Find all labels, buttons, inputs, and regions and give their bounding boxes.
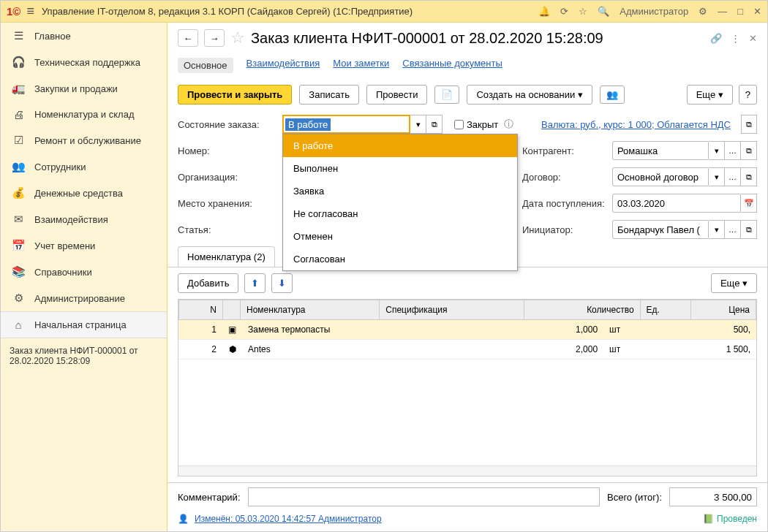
nav-icon: 👥: [11, 160, 26, 173]
sidebar-item-4[interactable]: ☑Ремонт и обслуживание: [1, 127, 167, 153]
nav-icon: ☑: [11, 134, 26, 147]
history-icon[interactable]: ⟳: [560, 6, 568, 17]
th-nom[interactable]: Номенклатура: [241, 300, 380, 320]
sidebar-item-2[interactable]: 🚛Закупки и продажи: [1, 75, 167, 102]
table-more-button[interactable]: Еще ▾: [711, 273, 757, 293]
ellipsis-icon[interactable]: …: [725, 141, 741, 160]
initiator-field[interactable]: Бондарчук Павел (: [612, 220, 709, 239]
sidebar-item-9[interactable]: 📚Справочники: [1, 259, 167, 285]
tab-notes[interactable]: Мои заметки: [333, 58, 389, 73]
modified-link[interactable]: Изменён: 05.03.2020 14:42:57 Администрат…: [195, 514, 382, 524]
sidebar-item-10[interactable]: ⚙Администрирование: [1, 285, 167, 311]
receipt-date-label: Дата поступления:: [522, 198, 606, 209]
report-button[interactable]: 📄: [434, 86, 459, 104]
subtab-nomenclature[interactable]: Номенклатура (2): [178, 246, 275, 267]
sidebar: ☰Главное🎧Техническая поддержка🚛Закупки и…: [1, 23, 167, 531]
dropdown-icon[interactable]: ▾: [410, 115, 426, 134]
status-combo[interactable]: В работе ▾ ⧉ В работеВыполненЗаявкаНе со…: [282, 115, 443, 134]
closed-checkbox[interactable]: [454, 120, 464, 129]
more-vert-icon[interactable]: ⋮: [731, 33, 740, 44]
sidebar-item-1[interactable]: 🎧Техническая поддержка: [1, 49, 167, 75]
open-icon[interactable]: ⧉: [741, 220, 757, 239]
close-icon[interactable]: ✕: [753, 6, 761, 17]
dropdown-icon[interactable]: ▾: [709, 167, 725, 186]
closed-label: Закрыт: [467, 119, 498, 130]
number-label: Номер:: [178, 145, 276, 156]
status-option[interactable]: Согласован: [283, 248, 517, 270]
horizontal-scrollbar[interactable]: [178, 466, 756, 476]
th-spec[interactable]: Спецификация: [380, 300, 524, 320]
info-icon[interactable]: ⓘ: [504, 118, 513, 131]
maximize-icon[interactable]: □: [737, 6, 743, 17]
favorite-icon[interactable]: ☆: [230, 28, 245, 48]
document-title: Заказ клиента НФИТ-000001 от 28.02.2020 …: [251, 30, 704, 47]
sidebar-item-3[interactable]: 🖨Номенклатура и склад: [1, 102, 167, 127]
bell-icon[interactable]: 🔔: [538, 6, 550, 17]
currency-open-icon[interactable]: ⧉: [741, 115, 757, 134]
open-icon[interactable]: ⧉: [741, 167, 757, 186]
users-button[interactable]: 👥: [600, 86, 625, 104]
contract-field[interactable]: Основной договор: [612, 167, 709, 186]
th-unit[interactable]: Ед.: [640, 300, 690, 320]
comment-label: Комментарий:: [178, 492, 241, 503]
open-icon[interactable]: ⧉: [741, 141, 757, 160]
status-option[interactable]: Отменен: [283, 225, 517, 248]
th-qty[interactable]: Количество: [524, 300, 640, 320]
contragent-field[interactable]: Ромашка: [612, 141, 709, 160]
nav-icon: 🖨: [11, 108, 26, 121]
calendar-icon[interactable]: 📅: [741, 194, 757, 213]
tab-related[interactable]: Связанные документы: [402, 58, 502, 73]
main-menu-icon[interactable]: ≡: [26, 4, 34, 19]
nav-icon: 🎧: [11, 56, 26, 69]
table-row[interactable]: 1▣Замена термопасты1,000шт500,: [178, 320, 756, 340]
total-input[interactable]: [669, 487, 757, 506]
ellipsis-icon[interactable]: …: [725, 220, 741, 239]
more-button[interactable]: Еще ▾: [687, 85, 733, 104]
back-button[interactable]: ←: [178, 29, 198, 47]
tab-interactions[interactable]: Взаимодействия: [246, 58, 320, 73]
breadcrumb[interactable]: Заказ клиента НФИТ-000001 от 28.02.2020 …: [1, 338, 167, 373]
move-down-button[interactable]: ⬇: [271, 273, 293, 293]
tab-main[interactable]: Основное: [178, 58, 233, 73]
dropdown-icon[interactable]: ▾: [709, 141, 725, 160]
link-icon[interactable]: 🔗: [710, 33, 722, 44]
initiator-label: Инициатор:: [522, 224, 606, 235]
status-option[interactable]: Выполнен: [283, 157, 517, 180]
forward-button[interactable]: →: [204, 29, 225, 47]
receipt-date-field[interactable]: 03.03.2020: [612, 194, 741, 213]
help-button[interactable]: ?: [739, 85, 757, 104]
status-option[interactable]: Заявка: [283, 180, 517, 202]
th-n[interactable]: N: [179, 300, 223, 320]
write-button[interactable]: Записать: [299, 85, 359, 104]
ellipsis-icon[interactable]: …: [725, 167, 741, 186]
sidebar-item-5[interactable]: 👥Сотрудники: [1, 153, 167, 180]
sidebar-item-6[interactable]: 💰Денежные средства: [1, 180, 167, 206]
open-icon[interactable]: ⧉: [426, 115, 443, 134]
nav-icon: ⚙: [11, 292, 26, 305]
org-label: Организация:: [178, 172, 276, 183]
add-button[interactable]: Добавить: [178, 273, 238, 293]
close-doc-icon[interactable]: ✕: [749, 33, 757, 44]
settings-icon[interactable]: ⚙: [699, 6, 707, 17]
create-based-button[interactable]: Создать на основании ▾: [467, 85, 592, 104]
user-label[interactable]: Администратор: [620, 6, 688, 17]
status-option[interactable]: Не согласован: [283, 202, 517, 225]
logo-1c: 1©: [7, 5, 20, 18]
move-up-button[interactable]: ⬆: [244, 273, 266, 293]
sidebar-item-8[interactable]: 📅Учет времени: [1, 232, 167, 259]
dropdown-icon[interactable]: ▾: [709, 220, 725, 239]
post-button[interactable]: Провести: [366, 85, 428, 104]
comment-input[interactable]: [248, 487, 600, 506]
sidebar-item-7[interactable]: ✉Взаимодействия: [1, 206, 167, 232]
sidebar-item-0[interactable]: ☰Главное: [1, 23, 167, 49]
home-row[interactable]: ⌂ Начальная страница: [1, 311, 167, 338]
nav-icon: 💰: [11, 186, 26, 200]
star-icon[interactable]: ☆: [579, 6, 587, 17]
table-row[interactable]: 2⬢Antes2,000шт1 500,: [178, 340, 756, 360]
minimize-icon[interactable]: —: [718, 6, 727, 17]
currency-link[interactable]: Валюта: руб., курс: 1 000; Облагается НД…: [541, 119, 731, 130]
status-option[interactable]: В работе: [283, 134, 517, 157]
save-close-button[interactable]: Провести и закрыть: [178, 85, 292, 104]
th-price[interactable]: Цена: [690, 300, 756, 320]
search-icon[interactable]: 🔍: [598, 6, 609, 17]
